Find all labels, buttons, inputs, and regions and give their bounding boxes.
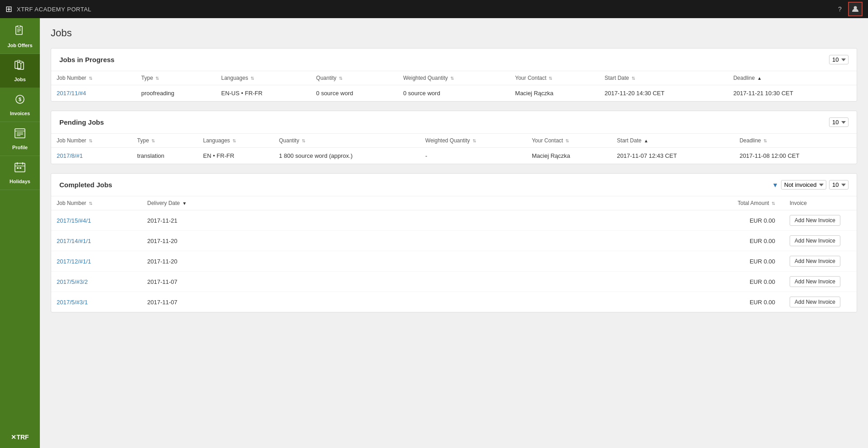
completed-jobs-section: Completed Jobs ▼ Not invoiced All Invoic… — [51, 173, 857, 312]
job-number-cell: 2017/15/#4/1 — [51, 210, 142, 231]
help-button[interactable]: ? — [834, 3, 846, 15]
pending-col-type[interactable]: Type ⇅ — [132, 134, 198, 148]
main-layout: Job Offers Jobs $ Invoices — [0, 18, 868, 448]
languages-cell: EN • FR-FR — [198, 148, 273, 164]
sidebar-item-job-offers[interactable]: Job Offers — [0, 20, 40, 54]
delivery-date-cell: 2017-11-20 — [142, 231, 458, 251]
delivery-date-cell: 2017-11-21 — [142, 210, 458, 231]
job-number-cell: 2017/5/#3/2 — [51, 272, 142, 292]
table-row: 2017/5/#3/2 2017-11-07 EUR 0.00 Add New … — [51, 272, 857, 292]
sidebar-item-holidays[interactable]: Holidays — [0, 156, 40, 190]
pending-col-deadline[interactable]: Deadline ⇅ — [734, 134, 857, 148]
col-quantity[interactable]: Quantity ⇅ — [311, 71, 398, 85]
pending-col-weighted-quantity[interactable]: Weighted Quantity ⇅ — [420, 134, 526, 148]
filter-icon: ▼ — [772, 181, 778, 189]
deadline-cell: 2017-11-08 12:00 CET — [734, 148, 857, 164]
sidebar-item-profile-label: Profile — [12, 145, 28, 150]
jobs-in-progress-header: Jobs in Progress 10 25 50 — [51, 49, 857, 71]
sidebar-item-invoices[interactable]: $ Invoices — [0, 88, 40, 122]
completed-header-row: Job Number ⇅ Delivery Date ▼ Total Amoun… — [51, 196, 857, 210]
quantity-cell: 0 source word — [311, 85, 398, 102]
col-weighted-quantity[interactable]: Weighted Quantity ⇅ — [398, 71, 510, 85]
in-progress-table: Job Number ⇅ Type ⇅ Languages ⇅ Quantity… — [51, 71, 857, 101]
start-date-cell: 2017-11-20 14:30 CET — [599, 85, 728, 102]
quantity-cell: 1 800 source word (approx.) — [274, 148, 420, 164]
delivery-date-cell: 2017-11-07 — [142, 272, 458, 292]
pending-page-size[interactable]: 10 25 50 — [829, 117, 849, 127]
invoices-icon: $ — [14, 93, 26, 108]
total-amount-cell: EUR 0.00 — [458, 210, 784, 231]
total-amount-cell: EUR 0.00 — [458, 292, 784, 312]
invoice-cell: Add New Invoice — [784, 231, 857, 251]
sidebar-item-jobs[interactable]: Jobs — [0, 54, 40, 88]
topbar: ⊞ XTRF ACADEMY PORTAL ? — [0, 0, 868, 18]
user-icon — [852, 5, 859, 13]
pending-col-your-contact[interactable]: Your Contact ⇅ — [526, 134, 612, 148]
contact-cell: Maciej Rączka — [510, 85, 599, 102]
svg-text:$: $ — [19, 97, 21, 102]
delivery-date-cell: 2017-11-20 — [142, 251, 458, 272]
job-number-cell: 2017/5/#3/1 — [51, 292, 142, 312]
completed-col-delivery-date[interactable]: Delivery Date ▼ — [142, 196, 458, 210]
pending-col-start-date[interactable]: Start Date ▲ — [612, 134, 734, 148]
pending-jobs-title: Pending Jobs — [59, 118, 104, 126]
completed-tbody: 2017/15/#4/1 2017-11-21 EUR 0.00 Add New… — [51, 210, 857, 312]
add-new-invoice-button[interactable]: Add New Invoice — [790, 215, 840, 226]
add-new-invoice-button[interactable]: Add New Invoice — [790, 297, 840, 307]
col-start-date[interactable]: Start Date ⇅ — [599, 71, 728, 85]
pending-jobs-header: Pending Jobs 10 25 50 — [51, 111, 857, 134]
topbar-left: ⊞ XTRF ACADEMY PORTAL — [5, 4, 92, 14]
weighted-qty-cell: - — [420, 148, 526, 164]
col-job-number[interactable]: Job Number ⇅ — [51, 71, 136, 85]
completed-col-total-amount[interactable]: Total Amount ⇅ — [458, 196, 784, 210]
jobs-icon — [14, 59, 26, 74]
sidebar-item-profile[interactable]: Profile — [0, 122, 40, 156]
pending-col-languages[interactable]: Languages ⇅ — [198, 134, 273, 148]
invoice-cell: Add New Invoice — [784, 292, 857, 312]
profile-icon — [14, 127, 26, 142]
user-button[interactable] — [848, 2, 863, 16]
invoice-cell: Add New Invoice — [784, 251, 857, 272]
sidebar-item-holidays-label: Holidays — [10, 179, 30, 184]
content-area: Jobs Jobs in Progress 10 25 50 Job Numbe… — [40, 18, 868, 448]
col-your-contact[interactable]: Your Contact ⇅ — [510, 71, 599, 85]
add-new-invoice-button[interactable]: Add New Invoice — [790, 256, 840, 267]
completed-col-job-number[interactable]: Job Number ⇅ — [51, 196, 142, 210]
col-deadline[interactable]: Deadline ▲ — [728, 71, 857, 85]
job-number-cell: 2017/14/#1/1 — [51, 231, 142, 251]
invoice-cell: Add New Invoice — [784, 210, 857, 231]
in-progress-page-size[interactable]: 10 25 50 — [829, 55, 849, 64]
completed-table: Job Number ⇅ Delivery Date ▼ Total Amoun… — [51, 196, 857, 312]
completed-jobs-title: Completed Jobs — [59, 181, 112, 189]
pending-col-quantity[interactable]: Quantity ⇅ — [274, 134, 420, 148]
total-amount-cell: EUR 0.00 — [458, 251, 784, 272]
holidays-svg — [14, 161, 26, 173]
completed-filter-select[interactable]: Not invoiced All Invoiced — [781, 180, 826, 190]
page-title: Jobs — [51, 27, 857, 39]
total-amount-cell: EUR 0.00 — [458, 231, 784, 251]
topbar-right: ? — [834, 2, 863, 16]
svg-rect-9 — [19, 61, 22, 63]
completed-col-invoice: Invoice — [784, 196, 857, 210]
jobs-svg — [14, 59, 26, 71]
invoice-cell: Add New Invoice — [784, 272, 857, 292]
type-cell: translation — [132, 148, 198, 164]
xtrf-logo: ✕TRF — [11, 433, 29, 441]
sidebar-item-jobs-label: Jobs — [14, 77, 26, 82]
add-new-invoice-button[interactable]: Add New Invoice — [790, 276, 840, 287]
svg-rect-22 — [19, 167, 21, 169]
add-new-invoice-button[interactable]: Add New Invoice — [790, 235, 840, 246]
jobs-in-progress-title: Jobs in Progress — [59, 56, 115, 63]
completed-page-size[interactable]: 10 25 50 — [829, 180, 849, 190]
table-row: 2017/5/#3/1 2017-11-07 EUR 0.00 Add New … — [51, 292, 857, 312]
type-cell: proofreading — [136, 85, 216, 102]
col-type[interactable]: Type ⇅ — [136, 71, 216, 85]
pending-col-job-number[interactable]: Job Number ⇅ — [51, 134, 132, 148]
sidebar: Job Offers Jobs $ Invoices — [0, 18, 40, 448]
pending-tbody: 2017/8/#1 translation EN • FR-FR 1 800 s… — [51, 148, 857, 164]
svg-rect-12 — [15, 129, 25, 138]
col-languages[interactable]: Languages ⇅ — [216, 71, 311, 85]
table-row: 2017/12/#1/1 2017-11-20 EUR 0.00 Add New… — [51, 251, 857, 272]
weighted-qty-cell: 0 source word — [398, 85, 510, 102]
deadline-cell: 2017-11-21 10:30 CET — [728, 85, 857, 102]
